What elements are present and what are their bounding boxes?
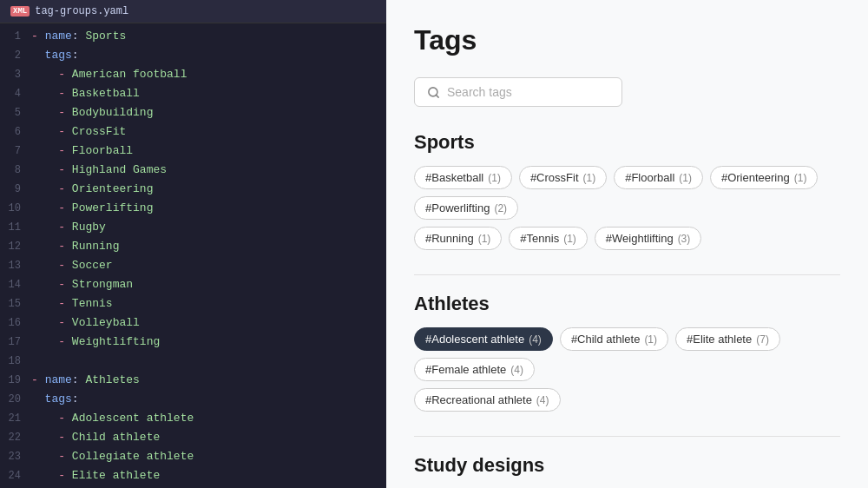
- line-content: - Child athlete: [31, 429, 386, 446]
- tag-pill[interactable]: #Female athlete (4): [414, 358, 535, 381]
- tag-pill[interactable]: #Child athlete (1): [560, 327, 668, 351]
- tag-name: #Female athlete: [425, 363, 506, 376]
- line-number: 17: [0, 333, 31, 351]
- code-line: 7 - Floorball: [0, 142, 386, 161]
- line-content: - Strongman: [31, 276, 386, 293]
- code-line: 4 - Basketball: [0, 84, 386, 103]
- code-line: 11 - Rugby: [0, 218, 386, 237]
- tag-count: (1): [583, 172, 596, 184]
- file-tab: XML tag-groups.yaml: [0, 0, 386, 23]
- code-line: 17 - Weightlifting: [0, 333, 386, 352]
- tag-pill[interactable]: #CrossFit (1): [519, 166, 607, 189]
- code-line: 3 - American football: [0, 65, 386, 84]
- line-number: 14: [0, 276, 31, 293]
- line-number: 7: [0, 142, 31, 160]
- tag-count: (4): [510, 364, 523, 376]
- search-input[interactable]: [447, 85, 609, 99]
- tag-count: (1): [644, 333, 657, 346]
- tags-row: #Recreational athlete (4): [414, 388, 840, 412]
- line-number: 18: [0, 353, 31, 370]
- section-athletes: Athletes#Adolescent athlete (4)#Child at…: [414, 293, 840, 412]
- tag-name: #CrossFit: [530, 171, 579, 184]
- tag-count: (1): [563, 233, 576, 245]
- line-number: 20: [0, 391, 31, 408]
- tags-row: #Adolescent athlete (4)#Child athlete (1…: [414, 327, 840, 381]
- tag-count: (3): [678, 233, 691, 245]
- line-content: tags:: [31, 47, 386, 64]
- tag-pill[interactable]: #Running (1): [414, 227, 502, 250]
- line-content: - Orienteering: [31, 181, 386, 198]
- tags-row: #Basketball (1)#CrossFit (1)#Floorball (…: [414, 166, 840, 220]
- line-content: - Basketball: [31, 85, 386, 102]
- tag-count: (2): [494, 202, 507, 214]
- line-number: 11: [0, 219, 31, 236]
- code-line: 2 tags:: [0, 46, 386, 65]
- line-number: 13: [0, 257, 31, 274]
- tag-count: (7): [756, 333, 769, 346]
- tag-name: #Running: [425, 232, 474, 245]
- section-divider: [414, 436, 840, 437]
- line-content: - Rugby: [31, 219, 386, 236]
- line-content: - name: Sports: [31, 28, 386, 45]
- tag-count: (1): [679, 172, 692, 184]
- line-number: 21: [0, 410, 31, 427]
- tag-count: (1): [488, 172, 501, 184]
- line-number: 10: [0, 200, 31, 217]
- line-content: - Elite athlete: [31, 467, 386, 485]
- code-lines: 1- name: Sports2 tags:3 - American footb…: [0, 23, 386, 488]
- code-line: 10 - Powerlifting: [0, 199, 386, 218]
- code-line: 19- name: Athletes: [0, 371, 386, 390]
- tag-count: (4): [529, 333, 542, 346]
- line-content: - Soccer: [31, 257, 386, 274]
- line-content: - CrossFit: [31, 123, 386, 141]
- tag-name: #Basketball: [425, 171, 483, 184]
- code-line: 16 - Volleyball: [0, 313, 386, 333]
- line-number: 19: [0, 372, 31, 389]
- svg-line-1: [436, 95, 438, 97]
- code-line: 18: [0, 352, 386, 371]
- code-line: 14 - Strongman: [0, 275, 386, 294]
- tag-name: #Adolescent athlete: [425, 333, 524, 346]
- tag-pill[interactable]: #Weightlifting (3): [595, 227, 701, 250]
- code-line: 9 - Orienteering: [0, 180, 386, 199]
- tag-pill[interactable]: #Floorball (1): [614, 166, 703, 189]
- line-content: tags:: [31, 391, 386, 408]
- search-box: [414, 77, 622, 107]
- tag-pill[interactable]: #Powerlifting (2): [414, 196, 518, 220]
- tag-name: #Child athlete: [571, 333, 641, 346]
- tag-count: (1): [478, 233, 491, 245]
- code-line: 24 - Elite athlete: [0, 466, 386, 485]
- search-icon: [427, 86, 440, 99]
- tag-pill[interactable]: #Basketball (1): [414, 166, 512, 189]
- tag-count: (1): [794, 172, 807, 184]
- tag-pill[interactable]: #Recreational athlete (4): [414, 388, 561, 412]
- line-number: 5: [0, 104, 31, 122]
- tag-name: #Tennis: [520, 232, 559, 245]
- line-content: - Bodybuilding: [31, 104, 386, 122]
- line-content: - Weightlifting: [31, 333, 386, 351]
- code-line: 1- name: Sports: [0, 27, 386, 46]
- line-number: 1: [0, 28, 31, 45]
- line-number: 15: [0, 295, 31, 313]
- search-container: [414, 77, 840, 107]
- tag-name: #Elite athlete: [687, 333, 752, 346]
- section-title-study-designs: Study designs: [414, 454, 840, 477]
- section-study-designs: Study designs#Cohort study (1)#Editorial…: [414, 454, 840, 488]
- tag-pill[interactable]: #Adolescent athlete (4): [414, 327, 553, 351]
- code-line: 13 - Soccer: [0, 256, 386, 275]
- section-divider: [414, 274, 840, 275]
- code-line: 8 - Highland Games: [0, 161, 386, 180]
- tag-pill[interactable]: #Orienteering (1): [710, 166, 818, 189]
- line-content: - Tennis: [31, 295, 386, 313]
- line-number: 2: [0, 47, 31, 64]
- tag-name: #Powerlifting: [425, 201, 490, 214]
- page-title: Tags: [414, 24, 840, 56]
- line-content: - Powerlifting: [31, 200, 386, 217]
- sections-container: Sports#Basketball (1)#CrossFit (1)#Floor…: [414, 131, 840, 488]
- line-content: - Highland Games: [31, 162, 386, 179]
- section-sports: Sports#Basketball (1)#CrossFit (1)#Floor…: [414, 131, 840, 250]
- tag-pill[interactable]: #Tennis (1): [509, 227, 587, 250]
- line-content: - Floorball: [31, 142, 386, 160]
- code-line: 21 - Adolescent athlete: [0, 409, 386, 428]
- tag-pill[interactable]: #Elite athlete (7): [675, 327, 780, 351]
